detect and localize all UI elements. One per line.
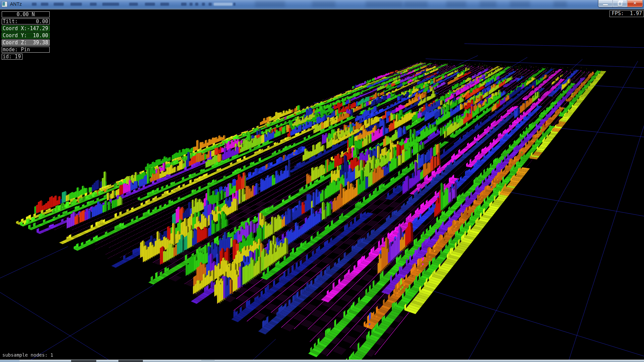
- close-icon: ✕: [627, 1, 643, 6]
- titlebar-edge-highlight: [0, 9, 644, 9]
- fps-value: 1.97: [630, 11, 642, 17]
- titlebar-ghost-artifacts: [0, 0, 644, 8]
- window-title: ANTz: [10, 1, 22, 7]
- hud-selected-id[interactable]: id: 19: [2, 54, 22, 60]
- titlebar[interactable]: ANTz ✕: [0, 0, 644, 9]
- hud-compass-heading[interactable]: 0.00 N: [2, 11, 50, 17]
- console-output: subsample nodes: 1 subsample nodes: 1 su…: [2, 343, 53, 362]
- taskbar-segment[interactable]: [71, 360, 96, 362]
- taskbar-segment[interactable]: [118, 360, 143, 362]
- hud-tilt[interactable]: Tilt: 0.00: [2, 18, 50, 24]
- hud-mode[interactable]: mode: Pin: [2, 47, 50, 53]
- console-line: subsample nodes: 1: [2, 353, 53, 357]
- hud-panel: 0.00 N Tilt: 0.00 Coord X:-147.29 Coord …: [2, 11, 50, 61]
- fps-label: FPS:: [612, 11, 624, 17]
- antz-window: ANTz ✕ 0.00 N Tilt: 0.00 Coord X:-147.29…: [0, 0, 644, 362]
- taskbar-edge[interactable]: [0, 360, 644, 362]
- minimize-button[interactable]: [598, 0, 613, 7]
- hud-coord-x[interactable]: Coord X:-147.29: [2, 25, 50, 32]
- hud-coord-z[interactable]: Coord Z: 39.38: [2, 40, 50, 46]
- taskbar-segment[interactable]: [0, 360, 19, 362]
- fps-readout: FPS: 1.97: [609, 10, 644, 17]
- restore-icon: [618, 2, 622, 6]
- close-button[interactable]: ✕: [627, 0, 643, 7]
- minimize-icon: [603, 4, 608, 5]
- hud-coord-y[interactable]: Coord Y: 10.00: [2, 33, 50, 39]
- viewport-3d-canvas[interactable]: [0, 0, 644, 362]
- taskbar-segment[interactable]: [201, 360, 215, 362]
- restore-button[interactable]: [613, 0, 627, 7]
- window-controls: ✕: [598, 0, 643, 7]
